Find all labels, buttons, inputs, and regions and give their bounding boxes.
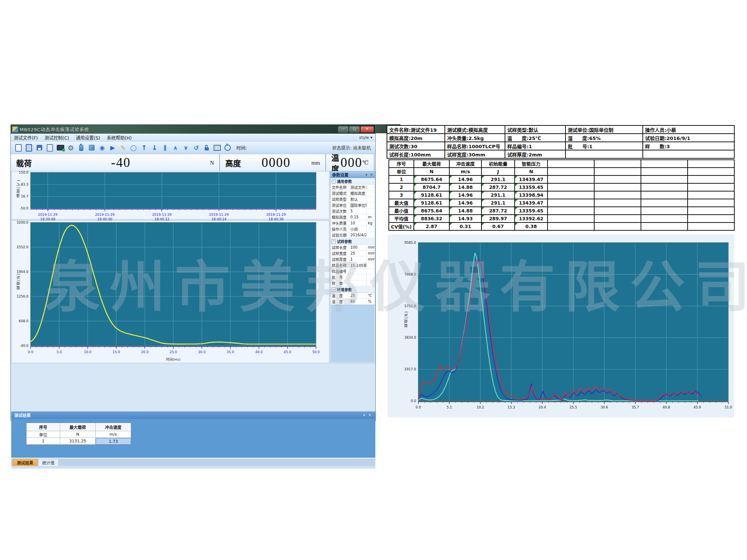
data-table-icon[interactable]: [213, 143, 222, 153]
sidebar-param-row[interactable]: 测试单位国际单位制: [331, 202, 375, 208]
power-icon[interactable]: [223, 143, 232, 153]
record-icon[interactable]: ◉: [97, 143, 107, 153]
param-value[interactable]: 测试文件1: [349, 184, 367, 190]
sidebar-param-row[interactable]: 湿 度65%: [331, 299, 375, 305]
data-header-cell: 智能压力: [515, 160, 548, 168]
sidebar-section-2[interactable]: −环境参数: [331, 286, 375, 293]
move-down-icon[interactable]: ∨: [181, 143, 190, 153]
move-up-icon[interactable]: ∧: [171, 143, 180, 153]
close-file-icon[interactable]: [45, 143, 55, 153]
param-value[interactable]: 100: [349, 245, 367, 250]
param-value[interactable]: 25: [349, 293, 367, 298]
sidebar-param-row[interactable]: 批 号: [331, 274, 375, 280]
param-unit: [367, 226, 375, 232]
param-value[interactable]: 1: [349, 256, 367, 262]
param-value[interactable]: [349, 268, 367, 274]
sidebar-section-0[interactable]: −通用参数: [331, 178, 375, 184]
info-cell: [643, 150, 735, 159]
sidebar-param-row[interactable]: 样品编号: [331, 268, 375, 274]
settings-gear-icon[interactable]: ⚙: [66, 143, 75, 153]
readout-0: 载荷-40N: [11, 154, 220, 171]
sidebar-param-row[interactable]: 测试模式模拟高度: [331, 190, 375, 196]
menu-item-3[interactable]: 系统帮助(H): [107, 134, 131, 141]
corner-marker-icon: [482, 207, 484, 210]
data-value-cell: [641, 199, 688, 207]
sidebar-param-row[interactable]: 温 度25℃: [331, 293, 375, 299]
download-arrow-icon[interactable]: ↓: [150, 143, 159, 153]
data-unit-cell: J: [482, 168, 515, 176]
sidebar-param-row[interactable]: 试样长度100mm: [331, 245, 375, 251]
sidebar-pin-close-icons[interactable]: ▾ ✕: [366, 173, 374, 177]
data-header-cell: 序号: [389, 160, 414, 168]
sidebar-param-row[interactable]: 试样宽度25mm: [331, 251, 375, 256]
upload-arrow-icon[interactable]: ↑: [139, 143, 149, 153]
open-file-icon[interactable]: [24, 143, 34, 153]
title-bar[interactable]: MB029C动态冲击振荡试验系统 — ▢ ✕: [11, 125, 375, 134]
result-value-cell[interactable]: 1.73: [96, 438, 131, 445]
param-value[interactable]: 15-105铜丝带: [349, 262, 367, 268]
param-unit: [367, 190, 375, 196]
menu-item-2[interactable]: 通用设置(S): [76, 134, 100, 141]
result-panel-title: 测试结果: [14, 412, 31, 418]
param-value[interactable]: 模拟高度: [349, 190, 367, 196]
lock-icon[interactable]: [202, 143, 211, 153]
collapse-icon[interactable]: −: [332, 179, 336, 183]
play-icon[interactable]: ▶: [108, 143, 117, 153]
save-icon[interactable]: [35, 143, 44, 153]
style-dropdown[interactable]: style ▾: [359, 135, 372, 140]
sidebar-param-row[interactable]: 文件名称测试文件1: [331, 184, 375, 190]
param-value[interactable]: 默认: [349, 196, 367, 202]
menu-item-1[interactable]: 测试控制(C): [44, 134, 69, 141]
data-value-cell: 8704.7: [414, 184, 450, 192]
window-title: MB029C动态冲击振荡试验系统: [20, 126, 89, 133]
data-value-cell: 0.31: [450, 223, 482, 231]
circle-icon[interactable]: ◯: [129, 143, 138, 153]
data-header-cell: [595, 160, 641, 168]
param-unit: [367, 196, 375, 202]
sidebar-param-row[interactable]: 样 数: [331, 280, 375, 286]
collapse-icon[interactable]: −: [332, 287, 336, 292]
battery-icon[interactable]: [77, 143, 86, 153]
monitor-check-icon[interactable]: [56, 143, 65, 153]
sidebar-param-row[interactable]: 冲头质量10kg: [331, 220, 375, 226]
sidebar-param-row[interactable]: 试样厚度1mm: [331, 256, 375, 262]
maximize-button[interactable]: ▢: [349, 126, 360, 133]
menu-item-0[interactable]: 测试文件(F): [14, 134, 38, 141]
tab-测试结果[interactable]: 测试结果: [13, 459, 37, 466]
sidebar-param-row[interactable]: 样品名称15-105铜丝带: [331, 262, 375, 268]
param-value[interactable]: 2016/4/20: [349, 232, 367, 238]
new-file-icon[interactable]: [14, 143, 23, 153]
data-unit-cell: [688, 168, 735, 176]
param-value[interactable]: 国际单位制: [349, 202, 367, 208]
calibrate-pen-icon[interactable]: ✎: [118, 143, 128, 153]
sidebar-param-row[interactable]: 测试次数5: [331, 208, 375, 214]
param-value[interactable]: [349, 274, 367, 280]
pause-icon[interactable]: ∥: [160, 143, 170, 153]
panel-pin-close-icons[interactable]: ▾ ✕: [363, 413, 372, 417]
tab-统计值[interactable]: 统计值: [38, 459, 59, 466]
minimize-button[interactable]: —: [338, 126, 348, 133]
data-value-cell: 9128.61: [414, 199, 450, 207]
result-value-row[interactable]: 13131.251.73: [27, 438, 131, 445]
sidebar-section-1[interactable]: −试样参数: [331, 238, 375, 245]
close-button[interactable]: ✕: [360, 126, 374, 133]
undo-icon[interactable]: ↺: [192, 143, 201, 153]
param-value[interactable]: [349, 280, 367, 286]
corner-marker-icon: [450, 176, 452, 178]
param-value[interactable]: 25: [349, 251, 367, 256]
sidebar-param-row[interactable]: 模拟高度0.15m: [331, 214, 375, 220]
param-value[interactable]: 5: [349, 208, 367, 214]
param-value[interactable]: 65: [349, 299, 367, 304]
param-value[interactable]: 0.15: [349, 214, 367, 220]
collapse-icon[interactable]: −: [332, 239, 336, 243]
sidebar-param-row[interactable]: 操作人员小田: [331, 226, 375, 232]
param-label: 试样类型: [331, 196, 349, 202]
param-label: 模拟高度: [331, 214, 349, 220]
device-icon[interactable]: [87, 143, 96, 153]
sidebar-param-row[interactable]: 试样类型默认: [331, 196, 375, 202]
param-value[interactable]: 小田: [349, 226, 367, 232]
result-value-cell[interactable]: 3131.25: [60, 438, 96, 445]
sidebar-param-row[interactable]: 试验日期2016/4/20: [331, 232, 375, 238]
result-value-cell[interactable]: 1: [27, 438, 60, 445]
param-value[interactable]: 10: [349, 220, 367, 226]
